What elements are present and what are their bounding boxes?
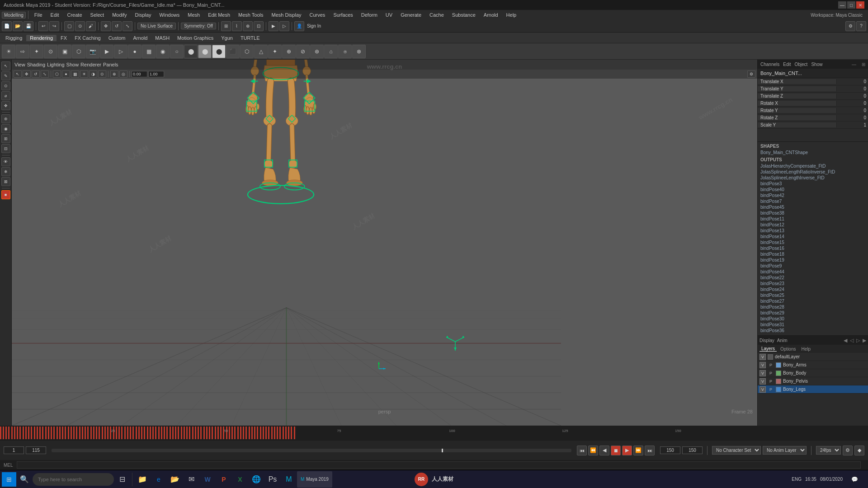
measure-btn[interactable]: ⊟ — [1, 144, 10, 153]
dp-tab-help[interactable]: Help — [799, 347, 812, 352]
shelf-tab-custom[interactable]: Custom — [105, 35, 129, 41]
channel-translate-x[interactable]: Translate X 0 — [758, 78, 868, 85]
dp-tab-layers[interactable]: Layers — [760, 346, 777, 352]
layer-body[interactable]: V P Bony_Body — [758, 369, 868, 377]
output-bindpose12[interactable]: bindPose12 — [760, 222, 865, 228]
stop-btn[interactable]: ⏹ — [611, 446, 621, 455]
scale-btn[interactable]: ⤡ — [123, 21, 132, 31]
menu-display[interactable]: Display — [132, 11, 155, 19]
fps-select[interactable]: 24fps — [816, 446, 841, 455]
dp-display-btn[interactable]: Display — [760, 338, 774, 343]
channel-translate-z[interactable]: Translate Z 0 — [758, 93, 868, 100]
menu-arnold[interactable]: Arnold — [480, 11, 502, 19]
output-bindpose24[interactable]: bindPose24 — [760, 286, 865, 292]
output-bindpose9[interactable]: bindPose9 — [760, 263, 865, 269]
layer-vis-legs[interactable]: V — [760, 386, 766, 393]
taskbar-photoshop[interactable]: Ps — [264, 471, 281, 488]
transport-key-btn[interactable]: ◆ — [854, 446, 864, 455]
shelf-icon-directional[interactable]: ⇨ — [16, 45, 29, 58]
menu-mesh[interactable]: Mesh — [184, 11, 203, 19]
cb-minimize-icon[interactable]: — — [852, 62, 856, 67]
shelf-icon-circle-gray[interactable]: ⬤ — [198, 45, 212, 58]
help-btn[interactable]: ? — [856, 21, 866, 31]
dp-nav-left[interactable]: ◀ — [844, 338, 847, 343]
output-bindpose40[interactable]: bindPose40 — [760, 187, 865, 192]
notification-icon[interactable]: 💬 — [846, 471, 863, 488]
shelf-icon-camera[interactable]: 📷 — [86, 45, 99, 58]
output-bindpose29[interactable]: bindPose29 — [760, 310, 865, 316]
snap-point-btn[interactable]: ⊕ — [243, 21, 253, 31]
dp-nav-prev[interactable]: ◁ — [850, 338, 854, 343]
layer-default[interactable]: V defaultLayer — [758, 353, 868, 361]
layer-vis-pelvis[interactable]: V — [760, 378, 766, 385]
no-live-surface-btn[interactable]: No Live Surface — [137, 23, 176, 29]
vp-tb-texture[interactable]: ▦ — [71, 70, 79, 78]
shelf-icon-volume[interactable]: ⬡ — [72, 45, 85, 58]
output-bindpose44[interactable]: bindPose44 — [760, 269, 865, 275]
rotate-btn[interactable]: ↺ — [112, 21, 122, 31]
sign-in-btn[interactable]: 👤 — [294, 21, 304, 31]
shelf-icon-render[interactable]: ▶ — [100, 45, 113, 58]
shelf-icon-misc5[interactable]: ⊕ — [282, 45, 296, 58]
vp-tb-select[interactable]: ↖ — [14, 70, 22, 78]
vp-menu-show[interactable]: Show — [66, 62, 79, 67]
vp-tb-camera-options[interactable]: ⚙ — [747, 70, 755, 78]
shelf-tab-rigging[interactable]: Rigging — [2, 35, 26, 41]
show-hide-btn[interactable]: 👁 — [1, 157, 10, 166]
menu-substance[interactable]: Substance — [448, 11, 479, 19]
play-back-btn[interactable]: ◀ — [599, 446, 609, 455]
shelf-icon-misc7[interactable]: ⊛ — [310, 45, 324, 58]
shelf-icon-shader[interactable]: ◉ — [156, 45, 170, 58]
shelf-icon-texture[interactable]: ▦ — [142, 45, 156, 58]
dp-anim-btn[interactable]: Anim — [777, 338, 788, 343]
taskbar-word[interactable]: W — [199, 471, 216, 488]
sculpt-tool-btn[interactable]: ⌀ — [1, 91, 10, 100]
dp-nav-next[interactable]: ▷ — [856, 338, 860, 343]
save-btn[interactable]: 💾 — [24, 21, 33, 31]
object-tab[interactable]: Object — [795, 62, 808, 67]
character-set-select[interactable]: No Character Set — [712, 446, 761, 455]
shelf-tab-fx-caching[interactable]: FX Caching — [71, 35, 104, 41]
taskbar-folder[interactable]: 📂 — [167, 471, 183, 488]
shelf-icon-circle-light[interactable]: ⬤ — [212, 45, 226, 58]
shelf-icon-env[interactable]: ○ — [170, 45, 184, 58]
mel-input[interactable] — [17, 461, 861, 469]
freeze-btn[interactable]: ❄ — [1, 167, 10, 176]
output-bindpose23[interactable]: bindPose23 — [760, 281, 865, 286]
timeline-slider[interactable] — [52, 449, 571, 452]
taskbar-task-view-icon[interactable]: ⊟ — [114, 471, 130, 488]
output-bindpose22[interactable]: bindPose22 — [760, 275, 865, 281]
taskbar-maya-open[interactable]: M Maya 2019 — [297, 471, 332, 488]
select-tool-btn[interactable]: ↖ — [1, 61, 10, 70]
snap-btn[interactable]: ⊞ — [1, 134, 10, 143]
vp-menu-panels[interactable]: Panels — [103, 62, 118, 67]
channel-rotate-x[interactable]: Rotate X 0 — [758, 100, 868, 107]
dp-tab-options[interactable]: Options — [778, 347, 797, 352]
snap-view-btn[interactable]: ⊡ — [254, 21, 264, 31]
snap-curve-btn[interactable]: ⌇ — [232, 21, 242, 31]
output-bindpose14[interactable]: bindPose14 — [760, 234, 865, 239]
anim-layer-select[interactable]: No Anim Layer — [763, 446, 807, 455]
vp-menu-renderer[interactable]: Renderer — [80, 62, 101, 67]
paint-tool-btn[interactable]: ✎ — [1, 71, 10, 80]
maximize-button[interactable]: □ — [847, 1, 855, 9]
shape-item-main[interactable]: Bony_Main_CNTShape — [760, 150, 865, 155]
vp-far-clip-input[interactable] — [148, 71, 164, 77]
vp-menu-lighting[interactable]: Lighting — [47, 62, 65, 67]
vp-tb-shadow[interactable]: ◑ — [89, 70, 97, 78]
output-bindpose19[interactable]: bindPose19 — [760, 257, 865, 263]
jump-start-btn[interactable]: ⏮ — [577, 446, 587, 455]
settings-btn[interactable]: ⚙ — [845, 21, 855, 31]
lasso-btn[interactable]: ⊙ — [75, 21, 85, 31]
vp-tb-isolate[interactable]: ⊕ — [110, 70, 118, 78]
shelf-icon-circle-dark[interactable]: ⬤ — [184, 45, 198, 58]
lasso-tool-btn[interactable]: ⊙ — [1, 81, 10, 90]
layer-pelvis[interactable]: V P Bony_Pelvis — [758, 377, 868, 385]
menu-help[interactable]: Help — [503, 11, 520, 19]
shelf-tab-motion-graphics[interactable]: Motion Graphics — [174, 35, 217, 41]
shelf-tab-turtle[interactable]: TURTLE — [237, 35, 264, 41]
output-jolas-spline-inv[interactable]: JolasSplineeLengthInverse_FtD — [760, 175, 865, 181]
vp-tb-rotate[interactable]: ↺ — [32, 70, 40, 78]
select-mode-btn[interactable]: ▢ — [64, 21, 74, 31]
channel-translate-y[interactable]: Translate Y 0 — [758, 85, 868, 93]
